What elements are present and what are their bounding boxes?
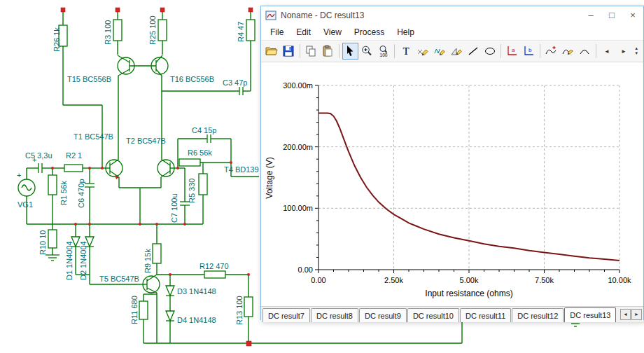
ellipse-tool-button[interactable]	[482, 43, 498, 60]
diode-D4[interactable]	[166, 311, 174, 321]
transistor-T5[interactable]	[143, 275, 160, 293]
tab-scroll-left-button[interactable]: ◄	[620, 309, 631, 320]
minimize-button[interactable]: –	[580, 6, 601, 25]
prev-result-button[interactable]: ◄	[599, 43, 615, 60]
open-folder-icon	[265, 45, 278, 57]
interval-spinner[interactable]: ▲ ▼	[632, 43, 640, 60]
toolbar-separator	[596, 44, 596, 58]
menu-process[interactable]: Process	[348, 26, 391, 39]
resistor-R2[interactable]	[64, 165, 83, 172]
transistor-T1[interactable]	[106, 160, 122, 179]
resistor-R11[interactable]	[139, 301, 148, 319]
save-button[interactable]	[281, 43, 297, 60]
component-label: R12 470	[200, 262, 229, 270]
copy-button[interactable]	[303, 43, 319, 60]
component-label: D3 1N4148	[177, 287, 216, 296]
zoom-in-button[interactable]	[359, 43, 375, 60]
component-label: D4 1N4148	[177, 316, 216, 324]
capacitor-C4[interactable]	[207, 134, 211, 143]
spin-up-icon[interactable]: ▲	[632, 46, 640, 51]
probe-pencil-icon	[416, 45, 429, 57]
tab-dc-result13[interactable]: DC result13	[564, 307, 616, 322]
dc-result-window: Noname - DC result13 – □ × File Edit Vie…	[260, 6, 644, 320]
toolbar-separator	[300, 44, 300, 58]
tab-dc-result7[interactable]: DC result7	[262, 308, 310, 322]
capacitor-C3[interactable]	[239, 87, 243, 95]
edit-curve-button[interactable]	[560, 43, 576, 60]
log-axis-button[interactable]: b	[521, 43, 537, 60]
toolbar-separator	[339, 44, 340, 58]
tab-dc-result12[interactable]: DC result12	[512, 308, 564, 322]
arc-tool-button[interactable]	[577, 43, 593, 60]
result-chart[interactable]: Input resistance (ohms) Voltage (V) 0.00…	[261, 62, 642, 304]
add-curve-button[interactable]	[543, 43, 559, 60]
component-label: R11 680	[130, 296, 139, 324]
next-result-button[interactable]: ►	[616, 43, 632, 60]
menu-help[interactable]: Help	[391, 26, 421, 39]
line-tool-button[interactable]	[465, 43, 481, 60]
menu-view[interactable]: View	[317, 26, 348, 39]
diode-D3[interactable]	[166, 286, 174, 296]
signal-edit-button[interactable]	[431, 43, 447, 60]
svg-text:b: b	[528, 47, 532, 53]
toolbar-separator	[500, 44, 501, 58]
tab-dc-result11[interactable]: DC result11	[460, 308, 511, 322]
capacitor-C5[interactable]	[38, 163, 42, 173]
resistor-R12[interactable]	[204, 271, 225, 278]
component-label: D1 1N4004	[65, 241, 74, 280]
signal-pencil-icon	[433, 45, 446, 57]
ellipse-icon	[484, 45, 496, 57]
tab-dc-result10[interactable]: DC result10	[407, 308, 459, 322]
tab-dc-result9[interactable]: DC result9	[359, 308, 407, 322]
left-arrow-icon: ◄	[604, 48, 610, 55]
component-label: C5 3,3u	[25, 151, 52, 160]
source-VG1[interactable]	[18, 179, 35, 196]
open-button[interactable]	[264, 43, 280, 60]
resistor-R9[interactable]	[153, 244, 161, 263]
tab-scroll-right-button[interactable]: ►	[631, 309, 642, 320]
cursor-arrow-icon	[344, 45, 356, 57]
maximize-button[interactable]: □	[601, 6, 622, 25]
resistor-R4[interactable]	[246, 20, 255, 41]
spin-down-icon[interactable]: ▼	[632, 51, 640, 56]
window-title: Noname - DC result13	[281, 11, 364, 20]
menu-bar: File Edit View Process Help	[261, 25, 643, 40]
linear-axis-button[interactable]: a	[504, 43, 520, 60]
component-label: R2 1	[66, 151, 82, 160]
component-label: R1 56k	[59, 181, 68, 205]
resistor-R1[interactable]	[48, 175, 57, 195]
cursor-tool-button[interactable]	[342, 43, 358, 60]
close-button[interactable]: ×	[622, 6, 643, 25]
component-label: R3 100	[104, 20, 112, 45]
arc-icon	[578, 45, 591, 57]
ruler-edit-button[interactable]	[448, 43, 464, 60]
svg-text:0.00: 0.00	[311, 276, 326, 284]
title-bar[interactable]: Noname - DC result13 – □ ×	[261, 6, 643, 25]
zoom-100-button[interactable]: 100	[376, 43, 392, 60]
component-label: R25 100	[148, 15, 157, 45]
right-arrow-icon: ►	[621, 48, 626, 55]
text-tool-button[interactable]: T	[398, 43, 414, 60]
axis-b-icon: b	[522, 45, 535, 57]
resistor-R3[interactable]	[113, 20, 122, 41]
svg-text:200.00m: 200.00m	[283, 143, 313, 151]
probe-edit-button[interactable]	[414, 43, 430, 60]
resistor-R6[interactable]	[179, 159, 200, 166]
tab-dc-result8[interactable]: DC result8	[311, 308, 358, 322]
ground-symbol	[46, 255, 59, 261]
paste-button[interactable]	[320, 43, 336, 60]
tab-scroll-controls: ◄ ►	[620, 307, 643, 322]
svg-text:T: T	[402, 46, 409, 57]
component-label: R13 100	[235, 296, 244, 325]
resistor-R5[interactable]	[199, 174, 207, 195]
svg-text:a: a	[512, 47, 515, 53]
resistor-R13[interactable]	[244, 297, 253, 317]
component-label: C3 47p	[223, 78, 247, 87]
capacitor-C6[interactable]	[85, 184, 94, 187]
menu-file[interactable]: File	[264, 26, 290, 39]
resistor-R10[interactable]	[48, 230, 57, 248]
menu-edit[interactable]: Edit	[290, 26, 317, 39]
resistor-R25[interactable]	[158, 20, 167, 41]
component-label: D2 1N4004	[79, 241, 88, 280]
component-label: R10 10	[38, 230, 47, 255]
